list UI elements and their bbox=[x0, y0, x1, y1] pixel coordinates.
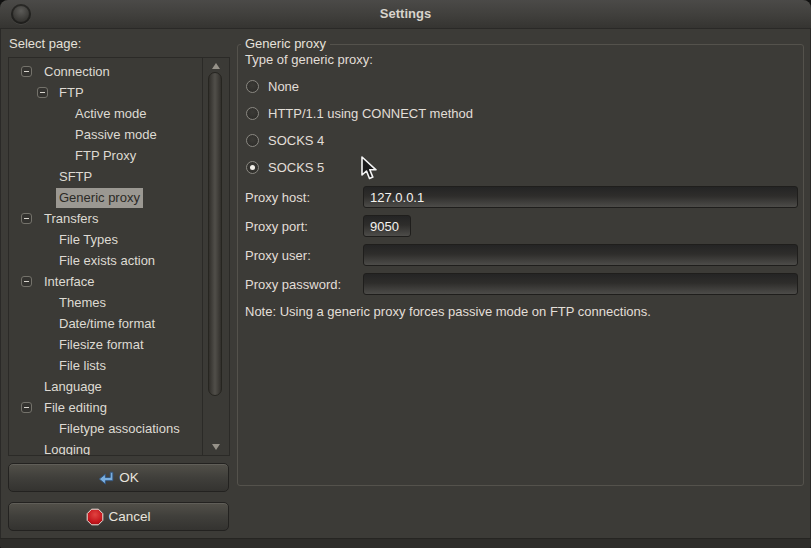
tree-item-interface[interactable]: Interface bbox=[9, 271, 203, 292]
tree-item-label: File editing bbox=[44, 397, 107, 418]
radio-icon[interactable] bbox=[246, 107, 259, 120]
tree-item-file-editing[interactable]: File editing bbox=[9, 397, 203, 418]
tree-item-label: Transfers bbox=[44, 208, 98, 229]
tree-item-sftp[interactable]: SFTP bbox=[9, 166, 203, 187]
tree-item-file-lists[interactable]: File lists bbox=[9, 355, 203, 376]
tree-item-filesize-format[interactable]: Filesize format bbox=[9, 334, 203, 355]
radio-label: SOCKS 5 bbox=[268, 160, 324, 175]
radio-label: None bbox=[268, 79, 299, 94]
tree-item-passive-mode[interactable]: Passive mode bbox=[9, 124, 203, 145]
radio-icon[interactable] bbox=[246, 80, 259, 93]
tree-item-label: FTP bbox=[59, 82, 84, 103]
tree-item-label: Active mode bbox=[75, 103, 147, 124]
type-of-proxy-label: Type of generic proxy: bbox=[245, 52, 373, 67]
tree-item-date-time-format[interactable]: Date/time format bbox=[9, 313, 203, 334]
page-tree: Connection FTP Active mode Passive mode … bbox=[8, 57, 230, 456]
tree-item-themes[interactable]: Themes bbox=[9, 292, 203, 313]
enter-icon bbox=[98, 469, 115, 486]
radio-socks-5[interactable]: SOCKS 5 bbox=[246, 157, 473, 177]
tree-item-label: Filesize format bbox=[59, 334, 144, 355]
radio-label: SOCKS 4 bbox=[268, 133, 324, 148]
tree-item-language[interactable]: Language bbox=[9, 376, 203, 397]
stop-icon bbox=[86, 508, 104, 526]
tree-item-label: Themes bbox=[59, 292, 106, 313]
radio-socks-4[interactable]: SOCKS 4 bbox=[246, 130, 473, 150]
settings-dialog: Settings Select page: Connection FTP Act… bbox=[0, 0, 811, 548]
tree-item-label: Filetype associations bbox=[59, 418, 180, 439]
note-text: Note: Using a generic proxy forces passi… bbox=[245, 304, 651, 319]
ok-button-label: OK bbox=[119, 470, 139, 485]
ok-button[interactable]: OK bbox=[8, 463, 229, 492]
proxy-password-label: Proxy password: bbox=[245, 277, 363, 292]
proxy-user-label: Proxy user: bbox=[245, 248, 363, 263]
proxy-password-input[interactable] bbox=[363, 273, 798, 295]
radio-http-1-1-using-connect-method[interactable]: HTTP/1.1 using CONNECT method bbox=[246, 103, 473, 123]
proxy-fields: Proxy host: Proxy port: Proxy user: Prox… bbox=[245, 186, 798, 302]
expander-icon[interactable] bbox=[21, 213, 32, 224]
tree-item-file-exists-action[interactable]: File exists action bbox=[9, 250, 203, 271]
tree-item-label: File Types bbox=[59, 229, 118, 250]
tree-item-ftp[interactable]: FTP bbox=[9, 82, 203, 103]
tree-item-label: Generic proxy bbox=[56, 188, 143, 208]
scrollbar-thumb[interactable] bbox=[208, 72, 222, 396]
tree-item-label: SFTP bbox=[59, 166, 92, 187]
tree-item-label: Logging bbox=[44, 439, 90, 455]
select-page-label: Select page: bbox=[9, 36, 81, 51]
tree-item-label: File lists bbox=[59, 355, 106, 376]
proxy-host-input[interactable] bbox=[363, 186, 798, 208]
tree-item-label: Date/time format bbox=[59, 313, 155, 334]
tree-item-transfers[interactable]: Transfers bbox=[9, 208, 203, 229]
radio-none[interactable]: None bbox=[246, 76, 473, 96]
window-bottom-edge bbox=[0, 538, 811, 548]
tree-item-active-mode[interactable]: Active mode bbox=[9, 103, 203, 124]
tree-item-label: FTP Proxy bbox=[75, 145, 136, 166]
expander-icon[interactable] bbox=[21, 276, 32, 287]
scroll-up-icon[interactable] bbox=[212, 63, 220, 69]
proxy-user-input[interactable] bbox=[363, 244, 798, 266]
tree-scrollbar[interactable] bbox=[202, 58, 229, 455]
window-title: Settings bbox=[0, 0, 811, 28]
group-title: Generic proxy bbox=[241, 36, 330, 51]
tree-item-file-types[interactable]: File Types bbox=[9, 229, 203, 250]
proxy-type-radios: None HTTP/1.1 using CONNECT method SOCKS… bbox=[246, 76, 473, 184]
proxy-port-input[interactable] bbox=[363, 215, 411, 237]
radio-label: HTTP/1.1 using CONNECT method bbox=[268, 106, 473, 121]
tree-item-generic-proxy[interactable]: Generic proxy bbox=[9, 187, 203, 208]
expander-icon[interactable] bbox=[21, 402, 32, 413]
generic-proxy-group: Generic proxy Type of generic proxy: Non… bbox=[237, 44, 804, 486]
expander-icon[interactable] bbox=[37, 87, 48, 98]
proxy-host-label: Proxy host: bbox=[245, 190, 363, 205]
radio-icon[interactable] bbox=[246, 161, 259, 174]
tree-item-logging[interactable]: Logging bbox=[9, 439, 203, 455]
tree-item-connection[interactable]: Connection bbox=[9, 61, 203, 82]
cancel-button-label: Cancel bbox=[108, 509, 150, 524]
scroll-down-icon[interactable] bbox=[212, 444, 220, 450]
tree-item-filetype-associations[interactable]: Filetype associations bbox=[9, 418, 203, 439]
expander-icon[interactable] bbox=[21, 66, 32, 77]
tree-item-label: Language bbox=[44, 376, 102, 397]
tree-item-label: Passive mode bbox=[75, 124, 157, 145]
tree-item-ftp-proxy[interactable]: FTP Proxy bbox=[9, 145, 203, 166]
tree-item-label: File exists action bbox=[59, 250, 155, 271]
radio-icon[interactable] bbox=[246, 134, 259, 147]
proxy-port-label: Proxy port: bbox=[245, 219, 363, 234]
tree-item-label: Interface bbox=[44, 271, 95, 292]
cancel-button[interactable]: Cancel bbox=[8, 502, 229, 531]
titlebar: Settings bbox=[0, 0, 811, 29]
tree-item-label: Connection bbox=[44, 61, 110, 82]
